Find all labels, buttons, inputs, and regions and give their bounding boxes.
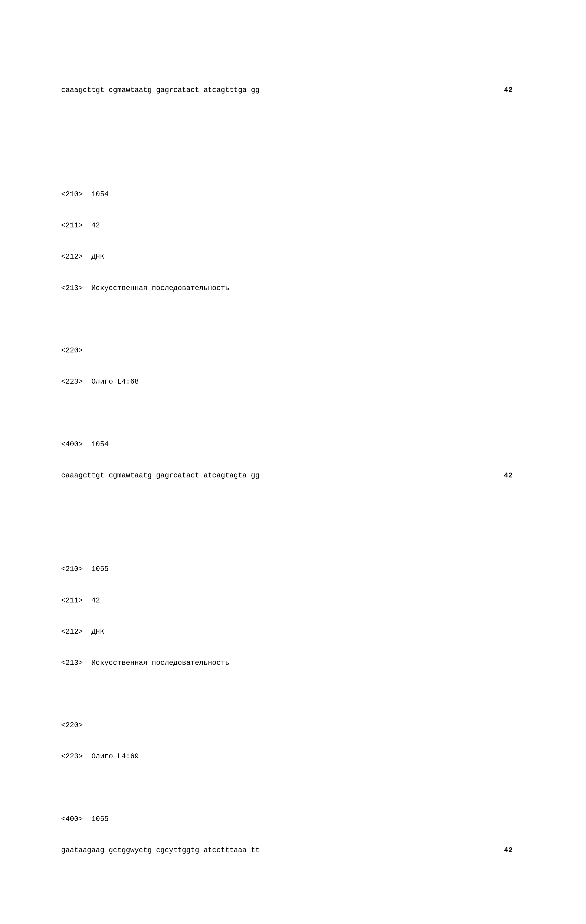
- tag-212: <212> ДНК: [61, 252, 525, 262]
- sequence-text: caaagcttgt cgmawtaatg gagrcatact atcagtt…: [61, 85, 260, 96]
- tag-211: <211> 42: [61, 596, 525, 606]
- sequence-listing-page: caaagcttgt cgmawtaatg gagrcatact atcagtt…: [0, 54, 586, 924]
- spacer: [61, 876, 525, 897]
- tag-210: <210> 1055: [61, 564, 525, 574]
- tag-400: <400> 1055: [61, 814, 525, 824]
- spacer: [61, 127, 525, 148]
- spacer: [61, 502, 525, 522]
- spacer: [61, 783, 525, 793]
- sequence-text: caaagcttgt cgmawtaatg gagrcatact atcagta…: [61, 470, 260, 481]
- spacer: [61, 408, 525, 418]
- spacer: [61, 689, 525, 700]
- sequence-text: gaataagaag gctggwyctg cgcyttggtg atccttt…: [61, 845, 260, 856]
- tag-212: <212> ДНК: [61, 627, 525, 637]
- sequence-row: gaataagaag gctggwyctg cgcyttggtg atccttt…: [61, 845, 525, 856]
- tag-213: <213> Искусственная последовательность: [61, 283, 525, 294]
- tag-211: <211> 42: [61, 220, 525, 231]
- tag-210: <210> 1054: [61, 189, 525, 200]
- tag-213: <213> Искусственная последовательность: [61, 658, 525, 668]
- tag-400: <400> 1054: [61, 439, 525, 450]
- tag-223: <223> Олиго L4:69: [61, 751, 525, 762]
- sequence-length: 42: [504, 845, 525, 856]
- sequence-length: 42: [504, 85, 525, 96]
- tag-220: <220>: [61, 720, 525, 731]
- spacer: [61, 314, 525, 325]
- sequence-row: caaagcttgt cgmawtaatg gagrcatact atcagtt…: [61, 85, 525, 96]
- sequence-row: caaagcttgt cgmawtaatg gagrcatact atcagta…: [61, 470, 525, 481]
- sequence-length: 42: [504, 470, 525, 481]
- tag-223: <223> Олиго L4:68: [61, 376, 525, 387]
- tag-220: <220>: [61, 345, 525, 356]
